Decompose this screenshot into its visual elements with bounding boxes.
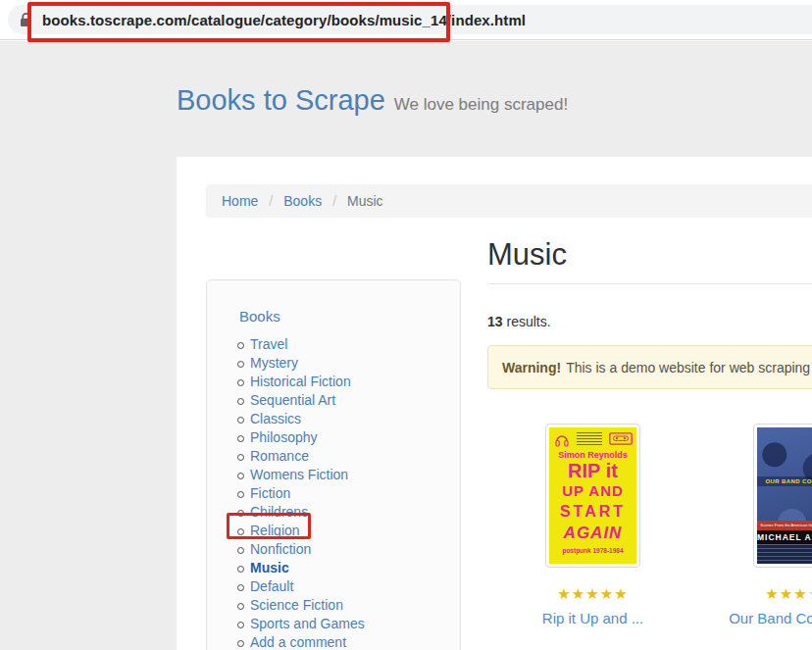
cover-title-band: OUR BAND COULD BE bbox=[757, 476, 812, 486]
list-item: Sports and Games bbox=[250, 615, 460, 633]
results-number: 13 bbox=[487, 314, 503, 329]
sidebar-item-music[interactable]: Music bbox=[250, 560, 289, 575]
site-tagline: We love being scraped! bbox=[394, 95, 568, 115]
cover-author-band: MICHAEL AZERRAD bbox=[757, 530, 812, 544]
list-item: Philosophy bbox=[250, 428, 460, 447]
book-card-rip-it-up[interactable]: Simon Reynolds RIP it UP AND START AGAIN… bbox=[545, 424, 640, 568]
star-icon: ★ bbox=[557, 585, 571, 602]
cover-subtitle-band: Scenes From the American Indie Undergrou… bbox=[757, 521, 812, 530]
sidebar-item-science-fiction[interactable]: Science Fiction bbox=[250, 597, 343, 613]
sidebar-item-fiction[interactable]: Fiction bbox=[250, 485, 290, 501]
star-icon: ★ bbox=[572, 585, 585, 602]
star-icon: ★ bbox=[808, 585, 812, 602]
book-cover-our-band[interactable]: OUR BAND COULD BE Scenes From the Americ… bbox=[757, 427, 812, 564]
site-title-link[interactable]: Books to Scrape bbox=[177, 84, 385, 117]
list-item: Romance bbox=[250, 447, 460, 466]
sidebar-item-historical-fiction[interactable]: Historical Fiction bbox=[250, 374, 351, 389]
address-bar[interactable]: books.toscrape.com/catalogue/category/bo… bbox=[8, 5, 812, 34]
browser-chrome: books.toscrape.com/catalogue/category/bo… bbox=[0, 0, 812, 40]
list-item: Music bbox=[250, 559, 460, 577]
list-item: Sequential Art bbox=[250, 391, 460, 410]
list-item: Science Fiction bbox=[250, 596, 460, 615]
warning-text: This is a demo website for web scraping … bbox=[566, 360, 812, 375]
sidebar-item-classics[interactable]: Classics bbox=[250, 411, 301, 426]
cover-title-line-2: UP AND bbox=[549, 481, 636, 501]
sidebar-item-religion[interactable]: Religion bbox=[250, 523, 300, 538]
list-item: Add a comment bbox=[250, 633, 460, 650]
cover-title-line-1: RIP it bbox=[549, 460, 636, 481]
sidebar-item-mystery[interactable]: Mystery bbox=[250, 355, 298, 371]
page-title: Music bbox=[487, 237, 567, 273]
cover-title-line-4: AGAIN bbox=[549, 523, 636, 544]
cover-author: Simon Reynolds bbox=[549, 450, 636, 460]
browser-window: books.toscrape.com/catalogue/category/bo… bbox=[0, 0, 812, 650]
lock-icon bbox=[20, 12, 32, 27]
star-icon: ★ bbox=[780, 585, 793, 602]
headphones-icon bbox=[554, 431, 570, 452]
cover-blurb-lines bbox=[577, 432, 602, 445]
sidebar-categories: Books TravelMysteryHistorical FictionSeq… bbox=[206, 279, 461, 650]
list-item: Childrens bbox=[250, 503, 460, 522]
star-rating: ★★★★★ bbox=[753, 585, 812, 603]
breadcrumb: Home/Books/Music bbox=[206, 184, 812, 218]
results-count: 13 results. bbox=[487, 314, 551, 329]
list-item: Fiction bbox=[250, 484, 460, 503]
cover-top-row bbox=[549, 427, 636, 448]
url-text[interactable]: books.toscrape.com/catalogue/category/bo… bbox=[42, 12, 526, 28]
list-item: Womens Fiction bbox=[250, 466, 460, 484]
book-cover-rip-it-up[interactable]: Simon Reynolds RIP it UP AND START AGAIN… bbox=[549, 427, 636, 564]
list-item: Religion bbox=[250, 522, 460, 540]
sidebar-item-sequential-art[interactable]: Sequential Art bbox=[250, 392, 335, 408]
sidebar-item-default[interactable]: Default bbox=[250, 578, 293, 594]
cover-title-line-3: START bbox=[549, 501, 636, 523]
star-icon: ★ bbox=[765, 585, 779, 602]
breadcrumb-music: Music bbox=[347, 193, 383, 209]
site-header: Books to Scrape We love being scraped! bbox=[177, 84, 568, 117]
page-background: Books to Scrape We love being scraped! H… bbox=[0, 41, 812, 650]
heading-divider bbox=[487, 283, 812, 284]
sidebar-item-travel[interactable]: Travel bbox=[250, 336, 287, 352]
product-title-link[interactable]: Rip it Up and ... bbox=[516, 610, 670, 626]
list-item: Travel bbox=[250, 335, 460, 354]
star-icon: ★ bbox=[600, 585, 614, 602]
sidebar-item-nonfiction[interactable]: Nonfiction bbox=[250, 541, 311, 557]
breadcrumb-books[interactable]: Books bbox=[283, 193, 322, 209]
star-rating: ★★★★★ bbox=[545, 585, 640, 603]
breadcrumb-separator: / bbox=[269, 193, 273, 209]
star-icon: ★ bbox=[585, 585, 599, 602]
cassette-icon bbox=[609, 431, 633, 449]
warning-alert: Warning! This is a demo website for web … bbox=[487, 345, 812, 389]
sidebar-item-romance[interactable]: Romance bbox=[250, 448, 309, 464]
list-item: Default bbox=[250, 577, 460, 596]
category-list: TravelMysteryHistorical FictionSequentia… bbox=[207, 335, 460, 650]
results-label: results. bbox=[503, 314, 551, 329]
star-icon: ★ bbox=[793, 585, 807, 602]
star-icon: ★ bbox=[614, 585, 628, 602]
sidebar-item-books[interactable]: Books bbox=[239, 308, 280, 325]
cover-subtitle: postpunk 1978-1984 bbox=[549, 547, 636, 554]
breadcrumb-separator: / bbox=[332, 193, 336, 209]
sidebar-item-childrens[interactable]: Childrens bbox=[250, 504, 308, 520]
list-item: Mystery bbox=[250, 354, 460, 373]
sidebar-item-womens-fiction[interactable]: Womens Fiction bbox=[250, 467, 348, 482]
product-title-link[interactable]: Our Band Could Be ... bbox=[724, 610, 812, 626]
warning-strong: Warning! bbox=[502, 360, 561, 375]
book-card-our-band[interactable]: OUR BAND COULD BE Scenes From the Americ… bbox=[753, 424, 812, 568]
sidebar-item-add-a-comment[interactable]: Add a comment bbox=[250, 634, 346, 650]
list-item: Historical Fiction bbox=[250, 373, 460, 391]
sidebar-item-philosophy[interactable]: Philosophy bbox=[250, 429, 318, 445]
list-item: Nonfiction bbox=[250, 540, 460, 559]
sidebar-item-sports-and-games[interactable]: Sports and Games bbox=[250, 616, 365, 631]
cover-bottom-band bbox=[757, 544, 812, 564]
content-panel: Home/Books/Music Books TravelMysteryHist… bbox=[177, 157, 812, 650]
list-item: Classics bbox=[250, 410, 460, 428]
breadcrumb-home[interactable]: Home bbox=[222, 193, 258, 209]
